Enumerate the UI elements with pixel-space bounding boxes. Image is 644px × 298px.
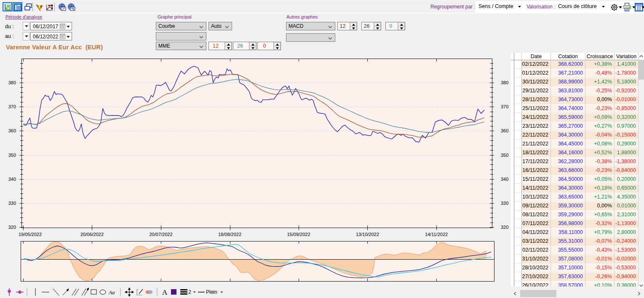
svg-text:370: 370 [501, 104, 508, 109]
svg-text:A: A [162, 288, 168, 296]
svg-text:Aa: Aa [108, 289, 115, 295]
svg-text:350: 350 [501, 153, 508, 158]
svg-text:340: 340 [8, 177, 16, 182]
svg-text:20/07/2022: 20/07/2022 [149, 232, 172, 237]
svg-text:19/05/2022: 19/05/2022 [19, 232, 42, 237]
svg-text:360: 360 [8, 128, 16, 133]
svg-text:380: 380 [8, 80, 16, 85]
svg-text:370: 370 [8, 104, 16, 109]
svg-text:15/09/2022: 15/09/2022 [287, 232, 310, 237]
svg-text:18/08/2022: 18/08/2022 [218, 232, 241, 237]
svg-text:360: 360 [501, 128, 508, 133]
svg-text:13/10/2022: 13/10/2022 [356, 232, 379, 237]
svg-text:2: 2 [188, 289, 191, 295]
svg-text:380: 380 [501, 80, 508, 85]
svg-text:340: 340 [501, 177, 508, 182]
svg-text:350: 350 [8, 153, 16, 158]
svg-text:14/11/2022: 14/11/2022 [425, 232, 448, 237]
svg-text:Plein: Plein [206, 289, 217, 295]
svg-text:320: 320 [501, 225, 508, 230]
svg-text:320: 320 [8, 225, 16, 230]
svg-text:330: 330 [8, 201, 16, 206]
svg-text:330: 330 [501, 201, 508, 206]
svg-text:20/06/2022: 20/06/2022 [80, 232, 104, 237]
